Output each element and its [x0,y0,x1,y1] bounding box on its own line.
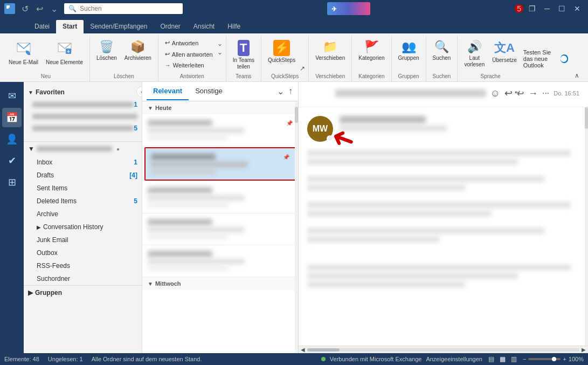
more-options-btn[interactable]: ··· [542,88,549,98]
nav-back-btn[interactable]: ↺ [19,3,31,15]
nav-undo-btn[interactable]: ↩ [34,3,45,15]
verschieben-label: Verschieben [315,55,345,61]
antworten-label: Antworten [172,40,199,46]
statusbar-sync: Alle Ordner sind auf dem neuesten Stand. [92,356,202,362]
email-item-4[interactable] [142,214,298,245]
restore-btn[interactable]: ❐ [525,0,539,17]
ribbon-group-kategorien-content: 🚩 Kategorien [355,36,388,72]
sidebar-item-junk[interactable]: Junk Email [28,233,142,246]
sidebar-item-suchordner[interactable]: Suchordner [28,272,142,285]
reply-btn[interactable]: ↩ [504,87,513,99]
sidebar-item-sent-items[interactable]: Sent Items [28,182,142,195]
weiterleiten-btn[interactable]: → Weiterleiten [162,60,216,70]
favorites-item-1[interactable]: 1 [24,98,142,111]
nav-icon-contacts[interactable]: 👤 [2,129,22,149]
email-item-3[interactable] [142,182,298,214]
hscroll-right-arrow[interactable]: ▶ [579,347,588,353]
tab-sort-icon[interactable]: ↑ [287,85,294,98]
statusbar-display-settings[interactable]: Anzeigeeinstellungen [426,356,482,362]
email-scrollbar[interactable] [295,101,298,353]
nav-menu-btn[interactable]: ⌄ [49,3,60,15]
heute-label: Heute [155,105,172,111]
favorites-item-3[interactable]: 5 [24,122,142,135]
email-item-5[interactable] [142,245,298,277]
body-spacer-1 [307,168,571,173]
quicksteps-btn[interactable]: ⚡ QuickSteps [265,38,299,66]
tab-sonstige[interactable]: Sonstige [189,82,229,100]
sidebar-item-inbox[interactable]: Inbox 1 [28,156,142,169]
tab-senden[interactable]: Senden/Empfangen [84,20,154,33]
ribbon-expand-btn[interactable]: ∧ [572,70,582,81]
allen-expand-icon[interactable]: ⌄ [217,49,223,56]
loeschen-btn[interactable]: 🗑️ Löschen [93,38,120,64]
suchen-btn[interactable]: 🔍 Suchen [430,38,454,64]
favorites-header[interactable]: ▼ Favoriten [24,86,142,98]
favorites-item-2[interactable] [24,111,142,122]
account-section-header[interactable]: ▼ ● [24,141,142,156]
reading-scroll-thumb[interactable] [585,107,588,129]
in-teams-teilen-btn[interactable]: T In Teamsteilen [230,38,258,72]
minimize-btn[interactable]: ─ [541,0,553,17]
view-preview-btn[interactable]: ▥ [509,355,518,363]
archivieren-btn[interactable]: 📦 Archivieren [121,38,155,64]
reading-hscrollbar[interactable]: ◀ ▶ [299,346,588,353]
tab-datei[interactable]: Datei [28,20,56,33]
laut-vorlesen-btn[interactable]: 🔊 Lautvorlesen [461,38,488,70]
close-btn[interactable]: ✕ [571,0,584,17]
zoom-plus-btn[interactable]: + [563,356,566,362]
reading-scrollbar[interactable] [585,107,588,346]
maximize-btn[interactable]: ☐ [555,0,569,17]
forward-btn[interactable]: → [528,88,538,99]
tab-hilfe[interactable]: Hilfe [221,20,247,33]
svg-text:+: + [67,49,70,54]
search-input[interactable] [80,5,178,12]
account-dots-icon: ● [116,146,120,152]
sidebar-item-deleted[interactable]: Deleted Items 5 [28,195,142,208]
neue-elemente-btn[interactable]: + Neue Elemente [43,38,86,68]
tab-filter-icon[interactable]: ⌄ [276,85,285,98]
quicksteps-expand-icon[interactable]: ↗ [300,65,305,72]
kategorien-label: Kategorien [358,55,384,61]
nav-icon-apps[interactable]: ⊞ [2,173,22,192]
email-scroll-thumb[interactable] [295,107,298,123]
nav-icon-tasks[interactable]: ✔ [2,151,22,170]
verschieben-btn[interactable]: 📁 Verschieben [312,38,348,64]
sidebar-item-outbox[interactable]: Outbox [28,246,142,259]
tab-ordner[interactable]: Ordner [154,20,186,33]
notification-badge[interactable]: 5 [515,4,523,13]
uebersetzen-btn[interactable]: 文A Übersetze [489,38,520,66]
junk-label: Junk Email [37,236,137,244]
tab-relevant[interactable]: Relevant [147,82,189,100]
tab-start[interactable]: Start [56,20,84,33]
sidebar-item-rss[interactable]: RSS-Feeds [28,259,142,272]
nav-icon-mail[interactable]: ✉ [2,86,22,106]
gruppen-btn[interactable]: 👥 Gruppen [395,38,423,64]
tab-ansicht[interactable]: Ansicht [187,20,221,33]
antworten-expand-icon[interactable]: ⌄ [217,40,223,47]
new-outlook-toggle-switch[interactable] [561,54,568,63]
view-compact-btn[interactable]: ▤ [487,355,496,363]
zoom-slider[interactable] [528,358,561,360]
kategorien-btn[interactable]: 🚩 Kategorien [355,38,388,64]
search-bar[interactable]: 🔍 [64,3,183,14]
email-item-2[interactable]: 📌 [144,147,296,181]
hscroll-thumb[interactable] [307,348,340,352]
allen-antworten-icon: ↩ [165,51,170,58]
emoji-btn[interactable]: ☺ [490,88,500,99]
hscroll-left-arrow[interactable]: ◀ [299,347,307,353]
antworten-btn[interactable]: ↩ Antworten [162,38,216,48]
zoom-minus-btn[interactable]: − [523,356,526,362]
reply-all-btn[interactable]: ↩ ↩ [517,88,524,99]
sidebar-item-drafts[interactable]: Drafts [4] [28,169,142,182]
sidebar-item-archive[interactable]: Archive [28,208,142,221]
allen-antworten-btn[interactable]: ↩ Allen antworten [162,49,216,59]
email-scroll[interactable]: ▼ Heute 📌 📌 [142,101,298,353]
nav-icon-calendar[interactable]: 📅 [2,108,22,127]
neue-email-btn[interactable]: Neue E-Mail [5,38,41,68]
sidebar-item-conversation-history[interactable]: ▶ Conversation History [28,221,142,233]
email-item-1[interactable]: 📌 [142,114,298,146]
groups-section-header[interactable]: ▶ Gruppen [24,285,142,300]
view-medium-btn[interactable]: ▦ [498,355,507,363]
ribbon-group-sprache: 🔊 Lautvorlesen 文A Übersetze Sprache [458,36,523,81]
ribbon-group-antworten: ↩ Antworten ↩ Allen antworten → Weiterle… [158,36,226,81]
